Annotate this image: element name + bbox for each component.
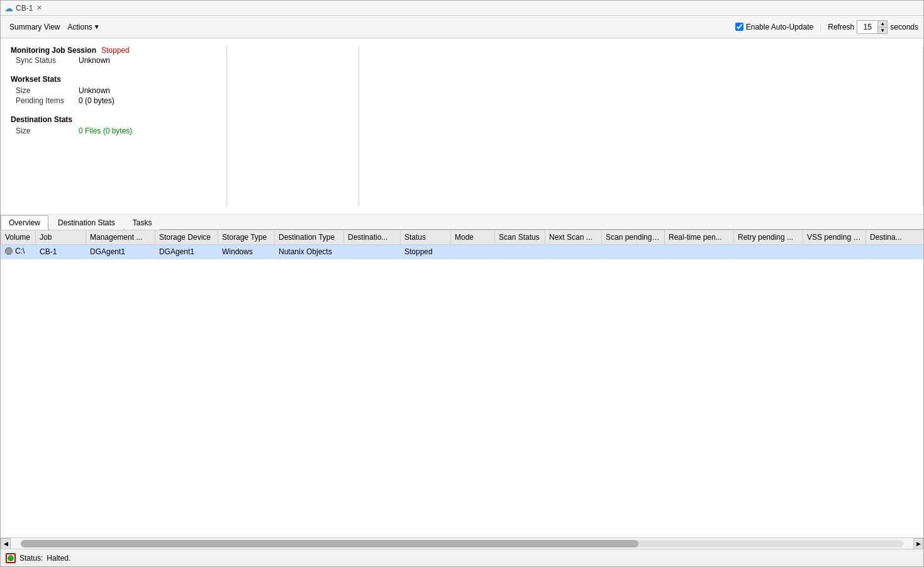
status-value: Halted. (47, 554, 70, 563)
col-header-destination-type: Destination Type (275, 230, 344, 245)
main-window: ☁ CB-1 ✕ Summary View Actions ▼ Enable A… (0, 0, 924, 567)
close-icon[interactable]: ✕ (36, 4, 42, 12)
cell-storage-type: Windows (218, 245, 275, 259)
col-header-scan-pending: Scan pending I... (602, 230, 665, 245)
cell-destin (866, 245, 924, 259)
cell-vss (803, 245, 866, 259)
tab-tasks[interactable]: Tasks (125, 215, 160, 230)
cell-destination-type: Nutanix Objects (275, 245, 344, 259)
cell-management: DGAgent1 (86, 245, 155, 259)
scroll-left-button[interactable]: ◀ (1, 538, 11, 549)
cell-status: Stopped (401, 245, 451, 259)
col-header-volume: Volume (1, 230, 36, 245)
cell-job: CB-1 (36, 245, 86, 259)
auto-update-area: Enable Auto-Update | Refresh 15 ▲ ▼ seco… (735, 20, 918, 34)
summary-view-button[interactable]: Summary View (6, 21, 64, 33)
stats-panel: Monitoring Job SessionStoppedSync Status… (1, 38, 923, 215)
col-header-status: Status (401, 230, 451, 245)
col-header-storage-type: Storage Type (218, 230, 275, 245)
status-bar: Status: Halted. (1, 549, 923, 566)
cell-volume: C:\ (1, 245, 36, 259)
tabs-bar: Overview Destination Stats Tasks (1, 215, 923, 230)
scroll-right-button[interactable]: ▶ (913, 538, 923, 549)
cell-storage-device: DGAgent1 (155, 245, 218, 259)
scrollbar-thumb[interactable] (21, 540, 638, 547)
destination-stats-section: Destination Stats Size 0 Files (0 bytes) (11, 115, 216, 135)
cell-realtime (665, 245, 734, 259)
dest-size-label: Size (11, 126, 74, 135)
cell-scan-pending (602, 245, 665, 259)
title-bar: ☁ CB-1 ✕ (1, 1, 923, 16)
cell-scan-status (495, 245, 545, 259)
monitoring-job-section: Monitoring Job SessionStoppedSync Status… (11, 46, 216, 65)
seconds-label: seconds (890, 23, 918, 31)
window-title: CB-1 (16, 4, 33, 13)
table-row[interactable]: C:\ CB-1 DGAgent1 DGAgent1 Windows Nutan… (1, 245, 924, 259)
col-header-mode: Mode (451, 230, 495, 245)
enable-auto-update-checkbox[interactable] (735, 23, 743, 31)
cell-next-scan (545, 245, 602, 259)
refresh-value-input[interactable]: 15 (857, 21, 877, 33)
workset-size-label: Size (11, 86, 74, 95)
destination-stats-title: Destination Stats (11, 115, 216, 124)
actions-arrow-icon: ▼ (94, 23, 100, 30)
pending-items-label: Pending Items (11, 96, 74, 105)
right-stats-area (227, 46, 923, 206)
workset-size-value: Unknown (79, 86, 110, 95)
content-area: Monitoring Job SessionStoppedSync Status… (1, 38, 923, 549)
disk-icon (5, 247, 13, 255)
volume-icon: C:\ (5, 247, 25, 255)
dest-size-value: 0 Files (0 bytes) (79, 126, 132, 135)
toolbar: Summary View Actions ▼ Enable Auto-Updat… (1, 16, 923, 38)
dest-size-row: Size 0 Files (0 bytes) (11, 126, 216, 135)
col-header-vss: VSS pending It... (803, 230, 866, 245)
col-header-destination: Destinatio... (344, 230, 401, 245)
col-header-management: Management ... (86, 230, 155, 245)
workset-stats-title: Workset Stats (11, 75, 216, 84)
horizontal-scrollbar[interactable]: ◀ ▶ (1, 537, 923, 549)
col-header-job: Job (36, 230, 86, 245)
left-stats: Monitoring Job SessionStoppedSync Status… (1, 46, 227, 206)
workset-stats-section: Workset Stats Size Unknown Pending Items… (11, 75, 216, 105)
col-header-storage-device: Storage Device (155, 230, 218, 245)
col-header-destin: Destina... (866, 230, 924, 245)
col-header-next-scan: Next Scan ... (545, 230, 602, 245)
refresh-label: Refresh (828, 23, 854, 31)
workset-size-row: Size Unknown (11, 86, 216, 95)
tab-destination-stats[interactable]: Destination Stats (50, 215, 123, 230)
tab-overview[interactable]: Overview (1, 215, 48, 230)
cell-destination (344, 245, 401, 259)
status-icon-inner (8, 555, 14, 561)
table-wrapper: Volume Job Management ... Storage Device… (1, 230, 923, 537)
pending-items-row: Pending Items 0 (0 bytes) (11, 96, 216, 105)
window-icon: ☁ (4, 3, 13, 13)
cell-retry (734, 245, 803, 259)
actions-label: Actions (67, 23, 92, 31)
cell-mode (451, 245, 495, 259)
col-header-retry: Retry pending ... (734, 230, 803, 245)
refresh-up-button[interactable]: ▲ (878, 21, 887, 27)
table-header-row: Volume Job Management ... Storage Device… (1, 230, 924, 245)
status-play-button[interactable] (6, 553, 16, 563)
col-header-realtime: Real-time pen... (665, 230, 734, 245)
actions-menu[interactable]: Actions ▼ (64, 21, 103, 33)
main-table: Volume Job Management ... Storage Device… (1, 230, 923, 259)
scrollbar-track[interactable] (21, 540, 903, 547)
refresh-down-button[interactable]: ▼ (878, 27, 887, 33)
enable-auto-update-label: Enable Auto-Update (746, 23, 813, 31)
pending-items-value: 0 (0 bytes) (79, 96, 114, 105)
col-header-scan-status: Scan Status (495, 230, 545, 245)
status-label: Status: (19, 554, 43, 563)
